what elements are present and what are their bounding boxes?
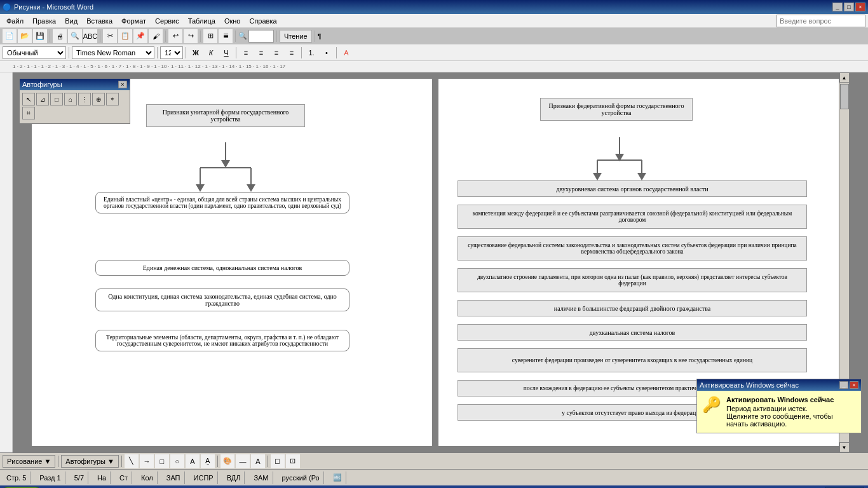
print-button[interactable]: 🖨 (53, 29, 67, 43)
paste-button[interactable]: 📌 (133, 29, 147, 43)
zoom-input[interactable]: 80% (248, 30, 274, 43)
menu-table[interactable]: Таблица (184, 16, 219, 26)
spell-button[interactable]: ABC (83, 29, 97, 43)
sep-6 (276, 30, 277, 42)
autoshape-btn-7[interactable]: ⌖ (106, 93, 119, 105)
activation-icon: 🔑 (702, 396, 721, 414)
undo-button[interactable]: ↩ (168, 29, 182, 43)
cut-button[interactable]: ✂ (103, 29, 117, 43)
status-pos: На (93, 471, 111, 484)
menu-service[interactable]: Сервис (151, 16, 183, 26)
draw-draw-button[interactable]: Рисование ▼ (3, 455, 55, 468)
para-mark: ¶ (318, 32, 322, 40)
autoshape-btn-4[interactable]: ⌂ (64, 93, 77, 105)
draw-line-button[interactable]: ╲ (125, 454, 139, 468)
draw-color-button[interactable]: 🎨 (220, 454, 234, 468)
right-box-2: компетенция между федерацией и ее субъек… (458, 205, 807, 229)
autoshapes-row-1: ↖ ⊿ □ ⌂ ⋮ ⊕ ⌖ (22, 93, 127, 105)
status-page: Стр. 5 (3, 471, 31, 484)
preview-button[interactable]: 🔍 (68, 29, 82, 43)
maximize-button[interactable]: □ (844, 3, 854, 11)
align-left-button[interactable]: ≡ (239, 46, 253, 60)
draw-oval-button[interactable]: ○ (170, 454, 184, 468)
autoshape-btn-5[interactable]: ⋮ (78, 93, 91, 105)
sep-11 (236, 47, 236, 58)
list-bullet-button[interactable]: • (320, 46, 334, 60)
right-box-6: двухканальная система налогов (458, 324, 807, 341)
menu-help[interactable]: Справка (245, 16, 280, 26)
align-justify-button[interactable]: ≡ (285, 46, 299, 60)
font-select[interactable]: Times New Roman (72, 46, 154, 59)
search-input[interactable] (776, 15, 865, 27)
left-box-3: Одна конституция, единая система законод… (95, 288, 349, 311)
right-box-4: двухпалатное строение парламента, при ко… (458, 268, 807, 292)
draw-rect-button[interactable]: □ (155, 454, 169, 468)
list-num-button[interactable]: 1. (304, 46, 318, 60)
autoshape-btn-6[interactable]: ⊕ (92, 93, 105, 105)
autoshapes-button[interactable]: Автофигуры ▼ (61, 455, 119, 468)
copy-button[interactable]: 📋 (118, 29, 132, 43)
activation-line1: Период активации истек. (726, 405, 856, 412)
autoshapes-close-button[interactable]: × (118, 81, 127, 88)
autoshapes-title: Автофигуры (22, 81, 62, 88)
draw-font-color-button[interactable]: A (251, 454, 265, 468)
columns-button[interactable]: ≣ (219, 29, 233, 43)
table-button[interactable]: ⊞ (203, 29, 217, 43)
scroll-thumb[interactable] (840, 84, 849, 109)
underline-button[interactable]: Ч (219, 46, 233, 60)
autoshape-btn-3[interactable]: □ (50, 93, 63, 105)
draw-wordart-button[interactable]: A̤ (201, 454, 215, 468)
draw-text-button[interactable]: A (186, 454, 200, 468)
draw-arrow-button[interactable]: → (140, 454, 154, 468)
save-button[interactable]: 💾 (33, 29, 47, 43)
style-select[interactable]: Обычный (3, 46, 66, 59)
autoshape-btn-2[interactable]: ⊿ (36, 93, 49, 105)
taskbar: ⊞ Пуск 🌐 би... Я Я ☺ ☺ 1 1 🔵 Кр... 📁 Ан.… (0, 485, 868, 488)
draw-sep-1 (58, 456, 58, 467)
redo-button[interactable]: ↪ (184, 29, 198, 43)
scroll-up-button[interactable]: ▲ (839, 72, 850, 83)
right-box-3: существование федеральной системы законо… (458, 236, 807, 261)
left-diagram: Признаки унитарной формы государственног… (44, 92, 419, 433)
menu-format[interactable]: Формат (118, 16, 150, 26)
draw-3d-button[interactable]: ⊡ (286, 454, 300, 468)
svg-marker-8 (615, 154, 624, 161)
close-button[interactable]: × (855, 3, 865, 11)
autoshapes-titlebar[interactable]: Автофигуры × (20, 79, 130, 90)
highlight-button[interactable]: A (339, 46, 353, 60)
zoom-label: 🔍 (238, 32, 247, 40)
new-button[interactable]: 📄 (3, 29, 17, 43)
draw-line-color-button[interactable]: — (236, 454, 250, 468)
autoshape-btn-8[interactable]: ⌗ (22, 107, 35, 119)
menu-edit[interactable]: Правка (29, 16, 60, 26)
paste-format-button[interactable]: 🖌 (149, 29, 163, 43)
activation-close[interactable]: × (850, 381, 858, 389)
title-bar: 🔵 Рисунки - Microsoft Word _ □ × (0, 0, 868, 14)
minimize-button[interactable]: _ (832, 3, 843, 11)
document-area[interactable]: Автофигуры × ↖ ⊿ □ ⌂ ⋮ ⊕ ⌖ ⌗ (13, 72, 868, 452)
activation-minimize[interactable]: _ (839, 381, 848, 389)
draw-sep-3 (217, 456, 218, 467)
bold-button[interactable]: Ж (189, 46, 203, 60)
font-size-select[interactable]: 12 (160, 46, 183, 59)
activation-title-text: Активировать Windows сейчас (700, 381, 799, 389)
scroll-down-button[interactable]: ▼ (839, 442, 850, 452)
menu-view[interactable]: Вид (61, 16, 81, 26)
italic-button[interactable]: К (204, 46, 218, 60)
status-zap: ЗАП (163, 471, 185, 484)
reading-button[interactable]: Чтение (280, 30, 312, 43)
open-button[interactable]: 📂 (18, 29, 32, 43)
menu-window[interactable]: Окно (220, 16, 245, 26)
sep-7 (315, 30, 315, 42)
status-bar: Стр. 5 Разд 1 5/7 На Ст Кол ЗАП ИСПР ВДЛ… (0, 469, 868, 485)
menu-file[interactable]: Файл (3, 16, 27, 26)
sep-13 (336, 47, 337, 58)
menu-insert[interactable]: Вставка (83, 16, 116, 26)
sep-10 (186, 47, 186, 58)
align-right-button[interactable]: ≡ (269, 46, 283, 60)
right-box-1: двухуровневая система органов государств… (458, 180, 807, 197)
draw-shadow-button[interactable]: ◻ (271, 454, 285, 468)
align-center-button[interactable]: ≡ (254, 46, 268, 60)
activation-popup[interactable]: Активировать Windows сейчас _ × 🔑 Активи… (696, 379, 862, 433)
autoshape-btn-1[interactable]: ↖ (22, 93, 35, 105)
